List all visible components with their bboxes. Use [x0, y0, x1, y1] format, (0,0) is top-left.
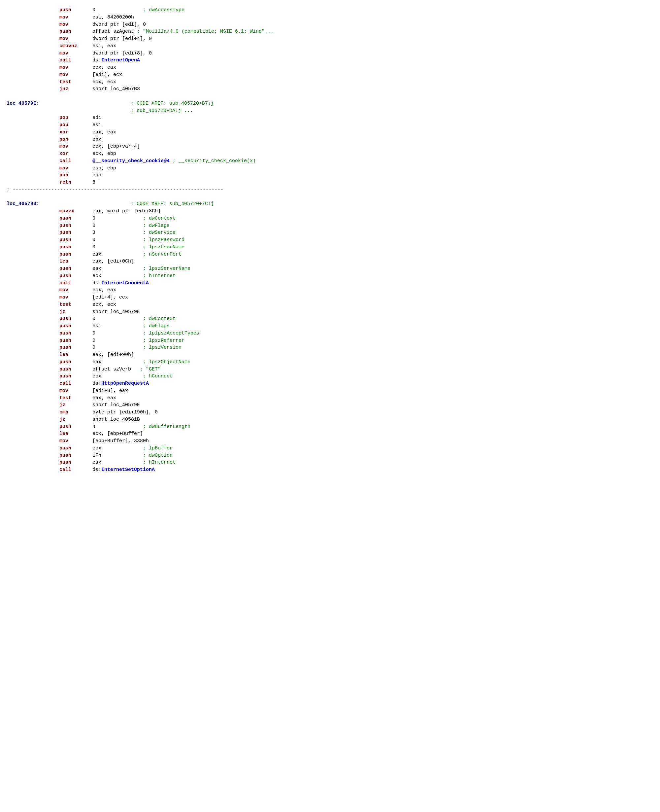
- mnemonic: cmp: [59, 409, 92, 416]
- mnemonic: xor: [59, 150, 92, 157]
- line-pop-esi: pop esi: [6, 122, 654, 129]
- mnemonic: lea: [59, 258, 92, 265]
- mnemonic: cmovnz: [59, 43, 92, 50]
- line-xor-ecx-ebp: xor ecx, ebp: [6, 150, 654, 157]
- line-pop-ebx: pop ebx: [6, 136, 654, 143]
- line-jz-loc_40579E-2: jz short loc_40579E: [6, 402, 654, 409]
- line-test-ecx-ecx-2: test ecx, ecx: [6, 301, 654, 308]
- mnemonic: mov: [59, 143, 92, 150]
- mnemonic: test: [59, 301, 92, 308]
- mnemonic: push: [59, 6, 92, 14]
- line-push-3-dwService: push 3 ; dwService: [6, 229, 654, 237]
- line-test-ecx-ecx-1: test ecx, ecx: [6, 79, 654, 86]
- line-jz-loc_40581B: jz short loc_40581B: [6, 416, 654, 423]
- line-push-0-lpszReferrer: push 0 ; lpszReferrer: [6, 337, 654, 345]
- mnemonic: push: [59, 373, 92, 380]
- line-push-esi-dwFlags: push esi ; dwFlags: [6, 323, 654, 330]
- mnemonic: pop: [59, 136, 92, 143]
- mnemonic: push: [59, 459, 92, 466]
- line-jnz: jnz short loc_4057B3: [6, 86, 654, 93]
- line-push-ecx-lpBuffer: push ecx ; lpBuffer: [6, 445, 654, 452]
- mnemonic: push: [59, 323, 92, 330]
- mnemonic: mov: [59, 72, 92, 79]
- line-mov-dword-edi8: mov dword ptr [edi+8], 0: [6, 50, 654, 57]
- line-push-ecx-hConnect: push ecx ; hConnect: [6, 373, 654, 380]
- line-push-0-lplpszAcceptTypes: push 0 ; lplpszAcceptTypes: [6, 330, 654, 337]
- line-test-eax-eax: test eax, eax: [6, 395, 654, 402]
- line-mov-esi: mov esi, 84200200h: [6, 14, 654, 21]
- mnemonic: push: [59, 28, 92, 35]
- line-lea-ecx-ebp-Buffer: lea ecx, [ebp+Buffer]: [6, 430, 654, 437]
- line-movzx: movzx eax, word ptr [edi+8Ch]: [6, 208, 654, 215]
- mnemonic: retn: [59, 179, 92, 186]
- mnemonic: xor: [59, 129, 92, 136]
- line-push-eax-hInternet-2: push eax ; hInternet: [6, 459, 654, 466]
- mnemonic: push: [59, 337, 92, 345]
- mnemonic: push: [59, 452, 92, 459]
- line-empty-1: [6, 93, 654, 100]
- mnemonic: mov: [59, 50, 92, 57]
- mnemonic: push: [59, 237, 92, 244]
- line-mov-dword-edi4: mov dword ptr [edi+4], 0: [6, 35, 654, 43]
- mnemonic: jz: [59, 416, 92, 423]
- mnemonic: pop: [59, 122, 92, 129]
- mnemonic: jnz: [59, 86, 92, 93]
- line-mov-dword-edi-0: mov dword ptr [edi], 0: [6, 21, 654, 29]
- line-call-security-check: call @__security_check_cookie@4 ; __secu…: [6, 157, 654, 165]
- mnemonic: mov: [59, 437, 92, 445]
- mnemonic: call: [59, 157, 92, 165]
- line-call-InternetOpenA: call ds:InternetOpenA: [6, 57, 654, 64]
- mnemonic: mov: [59, 294, 92, 301]
- line-retn: retn 8: [6, 179, 654, 186]
- line-push-0-lpszVersion: push 0 ; lpszVersion: [6, 344, 654, 351]
- line-push-ecx-hInternet-1: push ecx ; hInternet: [6, 272, 654, 280]
- mnemonic: test: [59, 79, 92, 86]
- line-push-4-dwBufferLength: push 4 ; dwBufferLength: [6, 423, 654, 431]
- mnemonic: pop: [59, 172, 92, 179]
- line-call-InternetSetOptionA: call ds:InternetSetOptionA: [6, 466, 654, 474]
- mnemonic: mov: [59, 287, 92, 294]
- line-jz-loc_40579E: jz short loc_40579E: [6, 308, 654, 316]
- mnemonic: mov: [59, 21, 92, 29]
- mnemonic: test: [59, 395, 92, 402]
- mnemonic: push: [59, 272, 92, 280]
- mnemonic: push: [59, 215, 92, 222]
- line-push-0-dwContext-1: push 0 ; dwContext: [6, 215, 654, 222]
- loc-4057B3-line: loc_4057B3: ; CODE XREF: sub_405720+7C↑j: [6, 200, 654, 208]
- mnemonic: call: [59, 57, 92, 64]
- line-push-0-lpszPassword: push 0 ; lpszPassword: [6, 237, 654, 244]
- mnemonic: mov: [59, 387, 92, 395]
- line-mov-esp-ebp: mov esp, ebp: [6, 165, 654, 172]
- mnemonic: pop: [59, 114, 92, 122]
- line-mov-ebp-Buffer-3380h: mov [ebp+Buffer], 3380h: [6, 437, 654, 445]
- mnemonic: push: [59, 229, 92, 237]
- line-cmp-byte-edi190h: cmp byte ptr [edi+190h], 0: [6, 409, 654, 416]
- mnemonic: mov: [59, 165, 92, 172]
- mnemonic: movzx: [59, 208, 92, 215]
- mnemonic: mov: [59, 64, 92, 72]
- line-cmovnz: cmovnz esi, eax: [6, 43, 654, 50]
- line-mov-ecx-eax-2: mov ecx, eax: [6, 287, 654, 294]
- line-push-offset-szVerb: push offset szVerb ; "GET": [6, 366, 654, 373]
- mnemonic: push: [59, 244, 92, 251]
- mnemonic: push: [59, 265, 92, 272]
- line-pop-ebp: pop ebp: [6, 172, 654, 179]
- mnemonic: jz: [59, 308, 92, 316]
- line-lea-eax-edi-0Ch: lea eax, [edi+0Ch]: [6, 258, 654, 265]
- mnemonic: push: [59, 344, 92, 351]
- line-lea-eax-edi-90h: lea eax, [edi+90h]: [6, 351, 654, 359]
- line-xor-eax-eax: xor eax, eax: [6, 129, 654, 136]
- line-call-InternetConnectA: call ds:InternetConnectA: [6, 280, 654, 287]
- mnemonic: lea: [59, 430, 92, 437]
- mnemonic: call: [59, 466, 92, 474]
- mnemonic: push: [59, 315, 92, 323]
- mnemonic: push: [59, 366, 92, 373]
- line-push-1Fh-dwOption: push 1Fh ; dwOption: [6, 452, 654, 459]
- mnemonic: call: [59, 380, 92, 387]
- code-view: push 0 ; dwAccessType mov esi, 84200200h…: [0, 3, 660, 812]
- mnemonic: lea: [59, 351, 92, 359]
- line-empty-2: [6, 194, 654, 201]
- mnemonic: jz: [59, 402, 92, 409]
- line-push-0-dwContext-2: push 0 ; dwContext: [6, 315, 654, 323]
- mnemonic: push: [59, 222, 92, 229]
